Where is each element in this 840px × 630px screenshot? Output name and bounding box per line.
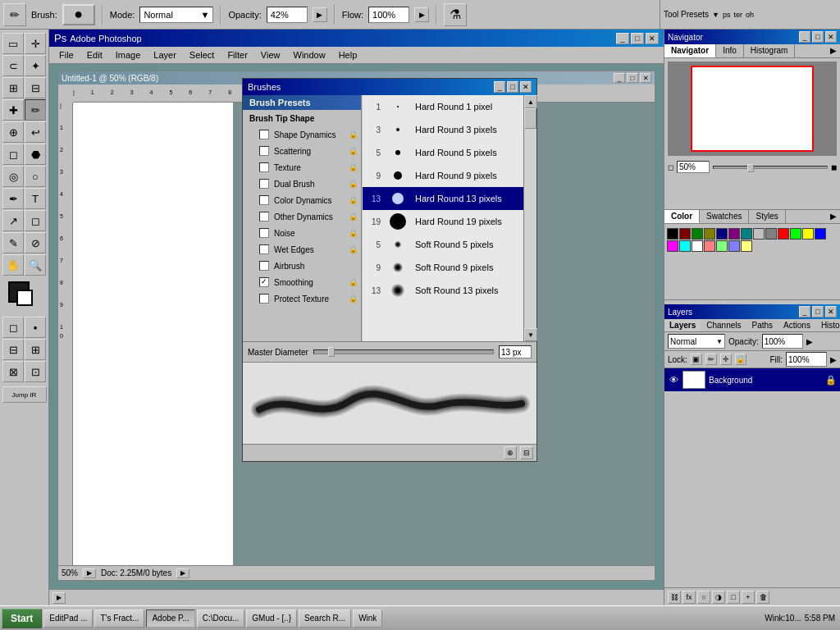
flow-input[interactable]: 100%: [368, 7, 409, 23]
nav-minimize[interactable]: _: [799, 31, 810, 43]
noise-option[interactable]: Noise 🔒: [243, 225, 361, 241]
scroll-track[interactable]: [524, 108, 536, 328]
ps-close[interactable]: ✕: [646, 33, 659, 44]
hand-tool[interactable]: ✋: [2, 254, 24, 276]
brush-tool-icon[interactable]: ✏: [3, 3, 26, 26]
history-brush-tool[interactable]: ↩: [25, 121, 46, 143]
taskbar-item-6[interactable]: Wink: [353, 609, 382, 628]
diameter-slider[interactable]: [313, 349, 494, 354]
swatch-maroon[interactable]: [679, 228, 691, 240]
brush-item-4[interactable]: 13 Hard Round 13 pixels: [363, 187, 523, 210]
color-dynamics-checkbox[interactable]: [259, 195, 269, 205]
add-style-btn[interactable]: fx: [682, 591, 696, 604]
color-swatches[interactable]: [8, 281, 41, 311]
brush-item-5[interactable]: 19 Hard Round 19 pixels: [363, 210, 523, 233]
swatch-aqua[interactable]: [679, 240, 691, 252]
start-button[interactable]: Start: [2, 609, 42, 628]
tab-histogram[interactable]: Histogram: [744, 44, 796, 57]
menu-image[interactable]: Image: [109, 48, 148, 62]
texture-option[interactable]: Texture 🔒: [243, 159, 361, 176]
mode-dropdown[interactable]: Normal ▼: [139, 7, 213, 23]
wet-edges-option[interactable]: Wet Edges 🔒: [243, 241, 361, 258]
brushes-footer-btn2[interactable]: ⊟: [520, 446, 533, 459]
layers-maximize[interactable]: □: [812, 306, 824, 317]
swatch-silver[interactable]: [753, 228, 765, 240]
color-menu-btn[interactable]: ▶: [827, 210, 840, 223]
selection-tool[interactable]: ▭: [2, 33, 24, 54]
wet-edges-checkbox[interactable]: [259, 244, 269, 254]
swatch-white[interactable]: [692, 240, 703, 252]
tab-info[interactable]: Info: [716, 44, 744, 57]
taskbar-item-2[interactable]: Adobe P...: [146, 609, 194, 628]
create-layer-btn[interactable]: +: [742, 591, 755, 604]
fill-input[interactable]: 100%: [786, 352, 827, 367]
slice-tool[interactable]: ⊟: [25, 77, 46, 98]
notes-tool[interactable]: ✎: [2, 232, 24, 253]
swatch-lightred[interactable]: [704, 240, 715, 252]
menu-help[interactable]: Help: [332, 48, 364, 62]
move-tool[interactable]: ✛: [25, 33, 46, 54]
scattering-checkbox[interactable]: [259, 146, 269, 156]
doc-minimize[interactable]: _: [614, 73, 625, 83]
color-dynamics-option[interactable]: Color Dynamics 🔒: [243, 192, 361, 208]
taskbar-item-3[interactable]: C:\Docu...: [197, 609, 244, 628]
background-color[interactable]: [16, 290, 33, 306]
swatch-red[interactable]: [778, 228, 789, 240]
menu-file[interactable]: File: [52, 48, 80, 62]
swatch-olive[interactable]: [704, 228, 715, 240]
magic-wand-tool[interactable]: ✦: [25, 55, 46, 76]
eyedropper-tool[interactable]: ⊘: [25, 232, 46, 253]
brushes-close[interactable]: ✕: [520, 81, 532, 93]
link-layers-btn[interactable]: ⛓: [668, 591, 681, 604]
brush-item-3[interactable]: 9 Hard Round 9 pixels: [363, 164, 523, 187]
menu-window[interactable]: Window: [287, 48, 332, 62]
swatch-fuchsia[interactable]: [667, 240, 678, 252]
path-tool[interactable]: ↗: [2, 210, 24, 231]
ps-scroll-btn[interactable]: ▶: [52, 592, 66, 604]
swatch-green[interactable]: [692, 228, 703, 240]
shape-tool[interactable]: ◻: [25, 210, 46, 231]
status-arrow-btn[interactable]: ▶: [83, 568, 96, 578]
brushes-footer-btn1[interactable]: ⊕: [504, 446, 517, 459]
tab-actions[interactable]: Actions: [778, 319, 816, 331]
swatch-lightyellow[interactable]: [741, 240, 752, 252]
layers-close[interactable]: ✕: [825, 306, 837, 317]
smoothing-option[interactable]: Smoothing 🔒: [243, 274, 361, 290]
brush-size-control[interactable]: ●: [62, 4, 95, 25]
layers-minimize[interactable]: _: [799, 306, 810, 317]
shape-dynamics-checkbox[interactable]: [259, 130, 269, 139]
jump-to-imageready[interactable]: Jump IR: [2, 386, 47, 403]
noise-checkbox[interactable]: [259, 228, 269, 238]
other-dynamics-checkbox[interactable]: [259, 212, 269, 221]
brush-item-7[interactable]: 9 Soft Round 9 pixels: [363, 256, 523, 279]
tab-color[interactable]: Color: [664, 210, 700, 223]
protect-texture-option[interactable]: Protect Texture 🔒: [243, 290, 361, 307]
crop-tool[interactable]: ⊞: [2, 77, 24, 98]
opacity-increase-btn[interactable]: ▶: [313, 7, 327, 22]
swatch-yellow[interactable]: [802, 228, 814, 240]
texture-checkbox[interactable]: [259, 162, 269, 172]
doc-close[interactable]: ✕: [640, 73, 651, 83]
layer-visibility-eye[interactable]: 👁: [668, 374, 679, 386]
lock-all-btn[interactable]: 🔒: [735, 354, 746, 365]
airbrush-checkbox[interactable]: [259, 261, 269, 271]
view-toggle4[interactable]: ⊡: [25, 361, 46, 382]
smoothing-checkbox[interactable]: [259, 277, 269, 287]
scroll-down-btn[interactable]: ▼: [524, 328, 537, 341]
menu-view[interactable]: View: [254, 48, 287, 62]
doc-maximize[interactable]: □: [627, 73, 638, 83]
dodge-tool[interactable]: ○: [25, 166, 46, 187]
layer-row-background[interactable]: 👁 Background 🔒: [664, 368, 840, 391]
swatch-purple[interactable]: [728, 228, 740, 240]
view-toggle2[interactable]: ⊞: [25, 339, 46, 360]
lasso-tool[interactable]: ⊂: [2, 55, 24, 76]
clone-tool[interactable]: ⊕: [2, 121, 24, 143]
opacity-input[interactable]: 42%: [267, 7, 308, 23]
menu-filter[interactable]: Filter: [221, 48, 253, 62]
brush-item-8[interactable]: 13 Soft Round 13 pixels: [363, 279, 523, 302]
brushes-minimize[interactable]: _: [494, 81, 505, 93]
menu-select[interactable]: Select: [183, 48, 221, 62]
protect-texture-checkbox[interactable]: [259, 294, 269, 304]
menu-edit[interactable]: Edit: [80, 48, 109, 62]
swatch-lightgreen[interactable]: [716, 240, 728, 252]
